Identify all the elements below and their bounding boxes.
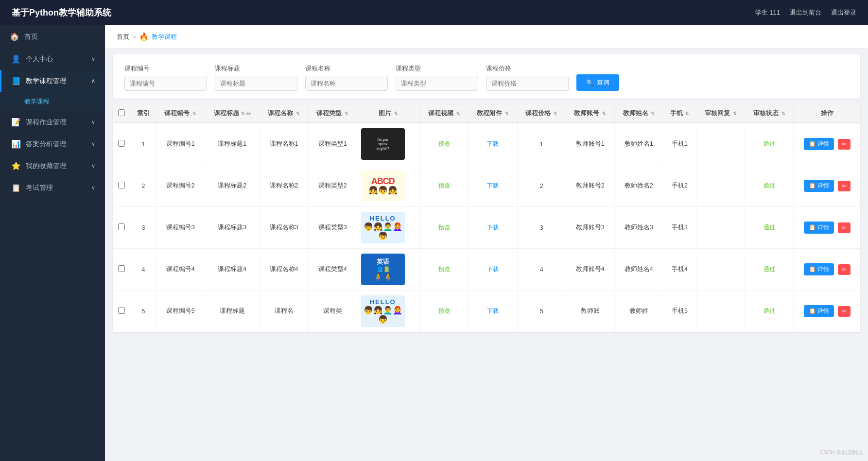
- table-row: 3 课程编号3 课程标题3 课程名称3 课程类型3 HELLO👦👧👨‍🦱👩‍🦰👦…: [113, 207, 860, 249]
- sidebar-group-exam-mgmt[interactable]: 📋 考试管理 ∨: [0, 177, 105, 199]
- th-image-label: 图片: [379, 110, 391, 117]
- btn-detail-2[interactable]: 📋 详情: [804, 180, 834, 192]
- th-index-label: 索引: [137, 110, 150, 117]
- sort-course-type-icon[interactable]: ⇅: [345, 111, 348, 116]
- cell-course-name-4: 课程名称4: [260, 249, 308, 290]
- btn-edit-4[interactable]: ✏: [838, 264, 851, 275]
- link-download-1[interactable]: 下载: [487, 140, 499, 147]
- btn-detail-4[interactable]: 📋 详情: [804, 263, 834, 275]
- sort-teacher-no-icon[interactable]: ⇅: [602, 111, 606, 116]
- btn-edit-5[interactable]: ✏: [838, 306, 851, 317]
- resize-handle-title[interactable]: ⇔: [246, 110, 251, 117]
- cell-course-name-1: 课程名称1: [260, 123, 308, 165]
- sort-course-no-icon[interactable]: ⇅: [192, 111, 196, 116]
- row-checkbox-1[interactable]: [118, 140, 125, 147]
- cell-video-2: 预览: [420, 165, 469, 207]
- cell-phone-5: 手机5: [663, 290, 696, 332]
- breadcrumb-sep: >: [132, 33, 136, 40]
- th-course-price-label: 课程价格: [525, 110, 551, 117]
- sort-phone-icon[interactable]: ⇅: [685, 111, 689, 116]
- btn-dashboard[interactable]: 退出到前台: [790, 8, 821, 17]
- input-course-price[interactable]: [486, 76, 569, 91]
- main-content: 首页 > 🔥 教学课程 课程编号 课程标题 课程名称: [105, 25, 868, 461]
- row-checkbox-2[interactable]: [118, 182, 125, 188]
- input-course-type[interactable]: [396, 76, 478, 91]
- table-header-row: 索引 课程编号 ⇅ 课程标题 ⇅ ⇔: [113, 104, 860, 123]
- btn-detail-1[interactable]: 📋 详情: [804, 138, 834, 150]
- sidebar-item-home[interactable]: 🏠 首页: [0, 25, 105, 48]
- search-row: 课程编号 课程标题 课程名称 课程类型 课程价格: [124, 64, 849, 91]
- cell-attach-2: 下载: [469, 165, 517, 207]
- user-info: 学生 111: [755, 8, 780, 17]
- exam-chevron: ∨: [91, 185, 95, 191]
- cell-teacher-name-3: 教师姓名3: [614, 207, 663, 249]
- breadcrumb-home[interactable]: 首页: [117, 33, 129, 41]
- cell-course-type-3: 课程类型3: [308, 207, 357, 249]
- sidebar-group-answer-mgmt[interactable]: 📊 答案分析管理 ∨: [0, 133, 105, 155]
- btn-detail-5[interactable]: 📋 详情: [804, 305, 834, 317]
- sort-audit-reply-icon[interactable]: ⇅: [733, 111, 737, 116]
- sort-teacher-name-icon[interactable]: ⇅: [651, 111, 655, 116]
- btn-edit-3[interactable]: ✏: [838, 222, 851, 233]
- sidebar-sub-course-mgmt: 教学课程: [0, 92, 105, 111]
- cell-phone-2: 手机2: [663, 165, 696, 207]
- cell-attach-1: 下载: [469, 123, 517, 165]
- th-teacher-name-label: 教师姓名: [623, 110, 648, 117]
- input-course-title[interactable]: [215, 76, 297, 91]
- cell-phone-3: 手机3: [663, 207, 696, 249]
- cell-teacher-name-1: 教师姓名1: [614, 123, 663, 165]
- cell-checkbox-4: [113, 249, 131, 290]
- input-course-name[interactable]: [305, 76, 388, 91]
- btn-detail-3[interactable]: 📋 详情: [804, 222, 834, 234]
- cell-attach-5: 下载: [469, 290, 517, 332]
- answer-icon: 📊: [11, 139, 21, 149]
- cell-video-4: 预览: [420, 249, 469, 290]
- sidebar-group-course-mgmt[interactable]: 📘 教学课程管理 ∧: [0, 70, 105, 92]
- cell-index-2: 2: [131, 165, 156, 207]
- link-download-2[interactable]: 下载: [487, 182, 499, 189]
- link-preview-1[interactable]: 预览: [438, 140, 450, 147]
- link-download-5[interactable]: 下载: [487, 307, 499, 314]
- link-preview-2[interactable]: 预览: [438, 182, 450, 189]
- btn-edit-1[interactable]: ✏: [838, 139, 851, 150]
- th-teacher-name: 教师姓名 ⇅: [614, 104, 663, 123]
- input-course-no[interactable]: [124, 76, 207, 91]
- link-preview-5[interactable]: 预览: [438, 307, 450, 314]
- sort-course-name-icon[interactable]: ⇅: [296, 111, 300, 116]
- link-download-4[interactable]: 下载: [487, 266, 499, 273]
- sidebar-group-profile[interactable]: 👤 个人中心 ∨: [0, 48, 105, 70]
- cell-image-3: HELLO👦👧👨‍🦱👩‍🦰👦: [357, 207, 420, 249]
- cell-teacher-no-3: 教师账号3: [566, 207, 614, 249]
- th-course-title-label: 课程标题: [214, 109, 239, 118]
- row-checkbox-3[interactable]: [118, 223, 125, 230]
- btn-logout[interactable]: 退出登录: [831, 8, 856, 17]
- sort-attach-icon[interactable]: ⇅: [505, 111, 509, 116]
- select-all-checkbox[interactable]: [118, 109, 125, 116]
- link-download-3[interactable]: 下载: [487, 224, 499, 231]
- sidebar-group-favorites-mgmt[interactable]: ⭐ 我的收藏管理 ∨: [0, 155, 105, 177]
- link-preview-4[interactable]: 预览: [438, 266, 450, 273]
- sidebar-label-teaching-course: 教学课程: [24, 98, 50, 105]
- search-button[interactable]: 🔍 查询: [576, 74, 619, 91]
- row-checkbox-5[interactable]: [118, 307, 125, 314]
- cell-index-3: 3: [131, 207, 156, 249]
- table-area: 索引 课程编号 ⇅ 课程标题 ⇅ ⇔: [113, 104, 860, 332]
- sort-audit-status-icon[interactable]: ⇅: [781, 111, 785, 116]
- sort-course-title-icon[interactable]: ⇅: [241, 111, 245, 116]
- cell-action-3: 📋 详情 ✏: [794, 207, 860, 249]
- sidebar-item-teaching-course[interactable]: 教学课程: [0, 92, 105, 111]
- main-layout: 🏠 首页 👤 个人中心 ∨ 📘 教学课程管理 ∧ 教学课程: [0, 25, 868, 461]
- cell-price-3: 3: [517, 207, 566, 249]
- sort-price-icon[interactable]: ⇅: [554, 111, 557, 116]
- cell-course-type-2: 课程类型2: [308, 165, 357, 207]
- cell-course-type-1: 课程类型1: [308, 123, 357, 165]
- btn-edit-2[interactable]: ✏: [838, 181, 851, 191]
- sort-image-icon[interactable]: ⇅: [394, 111, 398, 116]
- th-course-type-label: 课程类型: [316, 110, 342, 117]
- sort-video-icon[interactable]: ⇅: [456, 111, 460, 116]
- homework-icon: 📝: [11, 118, 21, 127]
- th-teacher-no: 教师账号 ⇅: [566, 104, 614, 123]
- row-checkbox-4[interactable]: [118, 265, 125, 272]
- sidebar-group-homework-mgmt[interactable]: 📝 课程作业管理 ∨: [0, 111, 105, 133]
- link-preview-3[interactable]: 预览: [438, 224, 450, 231]
